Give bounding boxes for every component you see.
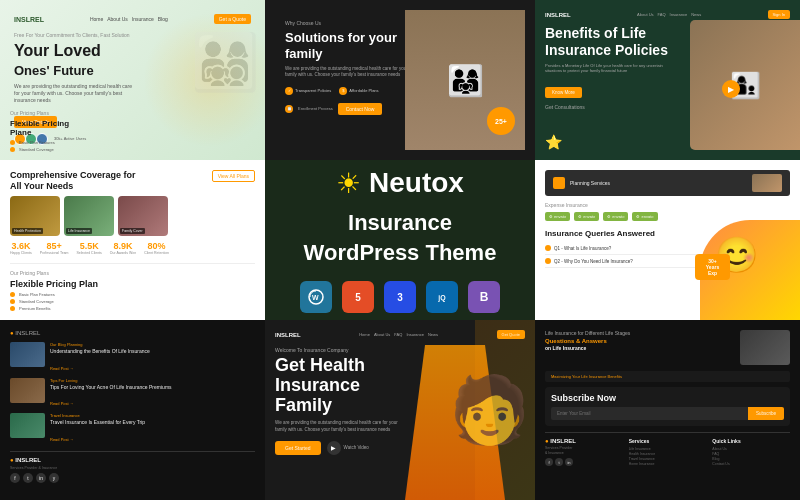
solutions-section: Why Choose Us Solutions for your family …	[265, 0, 535, 160]
youtube-icon[interactable]: y	[49, 473, 59, 483]
hero-section: INSLREL Home About Us Insurance Blog Get…	[0, 0, 265, 160]
cov-img-1: Health Protection	[10, 196, 60, 236]
pricing-item: Basic Plan Features	[10, 140, 255, 145]
nav-quote-btn[interactable]: Get a Quote	[214, 14, 251, 24]
pricing-title: Flexible PricingPlane	[10, 119, 255, 137]
hero-desc: We are providing the outstanding medical…	[14, 83, 134, 104]
view-plans-btn[interactable]: View All Plans	[212, 170, 255, 182]
footer-services-title: Services	[629, 438, 707, 444]
blog-title-2: Tips For Loving Your Acne Of Life Insura…	[50, 384, 255, 391]
blog-post-2: Tips For Loving Tips For Loving Your Acn…	[10, 378, 255, 410]
cov-label-2: Life Insurance	[66, 228, 92, 234]
nav-8: Home About Us FAQ Insurance News	[359, 332, 438, 337]
planning-icon	[553, 177, 565, 189]
footer-desc-7: Services Provider & Insurance	[10, 466, 255, 470]
query-icon-1	[545, 245, 551, 251]
twitter-icon[interactable]: t	[23, 473, 33, 483]
read-more-2[interactable]: Read Post →	[50, 401, 74, 406]
read-more-1[interactable]: Read Post →	[50, 366, 74, 371]
stat-3: 5.5K Selected Clients	[77, 242, 102, 255]
plan-dot-3	[10, 306, 15, 311]
stats-badge: 25+	[487, 107, 515, 135]
envato-3: ⚙ envato	[603, 212, 628, 221]
nav-home[interactable]: Home	[90, 16, 103, 22]
blog-logo: ● INSLREL	[10, 330, 255, 336]
life-value-1: Questions & Answers on Life Insurance	[545, 338, 735, 352]
watch-video-btn[interactable]: ▶ Watch Video	[327, 441, 369, 455]
sun-icon: ☀	[336, 167, 361, 200]
stat-4: 8.9K Our Awards Won	[110, 242, 136, 255]
svg-text:W: W	[312, 294, 319, 301]
service-3[interactable]: Travel Insurance	[629, 457, 707, 461]
html-icon: 5	[342, 281, 374, 313]
brand-name: Neutox	[369, 167, 464, 199]
footer-social-9: f t in	[545, 458, 623, 466]
cov-label-3: Family Cover	[120, 228, 145, 234]
stat-label-5: Client Retention	[144, 251, 169, 255]
facebook-icon[interactable]: f	[10, 473, 20, 483]
health-section: INSLREL Home About Us FAQ Insurance News…	[265, 320, 535, 500]
tw-icon-9[interactable]: t	[555, 458, 563, 466]
benefits-desc: Provides a Monetary Life Of Life your he…	[545, 63, 675, 74]
blog-tag-3: Travel Insurance	[50, 413, 255, 418]
subscribe-input[interactable]	[551, 407, 748, 420]
nav-blog[interactable]: Blog	[158, 16, 168, 22]
get-consult-btn[interactable]: Know More	[545, 87, 582, 98]
signin-btn[interactable]: Sign In	[768, 10, 790, 19]
link-2[interactable]: FAQ	[712, 452, 790, 456]
play-circle[interactable]: ▶	[327, 441, 341, 455]
pricing-title-4: Flexible Pricing Plan	[10, 279, 255, 289]
nav-insurance[interactable]: Insurance	[132, 16, 154, 22]
planning-bar: Planning Services	[545, 170, 790, 196]
read-more-3[interactable]: Read Post →	[50, 437, 74, 442]
nav-bar-1: INSLREL Home About Us Insurance Blog Get…	[14, 14, 251, 24]
man-silhouette: 🧑	[449, 372, 530, 448]
service-1[interactable]: Life Insurance	[629, 447, 707, 451]
plan-2: Standard Coverage	[10, 299, 255, 304]
logo-1: INSLREL	[14, 16, 44, 23]
cov-label-1: Health Protection	[12, 228, 43, 234]
subscribe-btn[interactable]: Subscribe	[748, 407, 784, 420]
stat-1: 3.6K Happy Clients	[10, 242, 32, 255]
service-2[interactable]: Health Insurance	[629, 452, 707, 456]
nav-3: About Us FAQ Insurance News	[637, 12, 701, 17]
footer-col-links: Quick Links About Us FAQ Blog Contact Us	[712, 438, 790, 467]
star-icon: ⭐	[545, 134, 562, 150]
nav-about[interactable]: About Us	[107, 16, 128, 22]
expense-label: Expense Insurance	[545, 202, 790, 208]
plan-dot-1	[10, 292, 15, 297]
link-1[interactable]: About Us	[712, 447, 790, 451]
top-nav-3: INSLREL About Us FAQ Insurance News Sign…	[545, 10, 790, 19]
get-started-btn[interactable]: Get Started	[275, 441, 321, 455]
blog-img-3	[10, 413, 45, 438]
cov-img-3: Family Cover	[118, 196, 168, 236]
plan-1: Basic Plan Features	[10, 292, 255, 297]
contact-btn[interactable]: Contact Now	[338, 103, 383, 115]
blog-section: ● INSLREL Our Blog Planning Understandin…	[0, 320, 265, 500]
blog-post-3: Travel Insurance Travel Insurance Is Ess…	[10, 413, 255, 445]
life-block-1: Life Insurance for Different Life Stages…	[545, 330, 735, 365]
maximizing-section: Maximizing Your Life Insurance Benefits	[545, 371, 790, 382]
envato-1: ⚙ envato	[545, 212, 570, 221]
subscribe-title: Subscribe Now	[551, 393, 784, 403]
pricing-dot	[10, 147, 15, 152]
feature-icon-2: $	[339, 87, 347, 95]
social-links: f t in y	[10, 473, 255, 483]
play-btn-3[interactable]: ▶	[722, 80, 740, 98]
fb-icon-9[interactable]: f	[545, 458, 553, 466]
envato-2: ⚙ envato	[574, 212, 599, 221]
nav-links-1: Home About Us Insurance Blog	[90, 16, 168, 22]
coverage-title: Comprehensive Coverage for All Your Need…	[10, 170, 140, 192]
service-4[interactable]: Home Insurance	[629, 462, 707, 466]
coverage-section: Comprehensive Coverage for All Your Need…	[0, 160, 265, 320]
link-3[interactable]: Blog	[712, 457, 790, 461]
in-icon-9[interactable]: in	[565, 458, 573, 466]
coverage-images: Health Protection Life Insurance Family …	[10, 196, 255, 236]
linkedin-icon[interactable]: in	[36, 473, 46, 483]
stat-num-2: 85+	[40, 242, 69, 251]
link-4[interactable]: Contact Us	[712, 462, 790, 466]
stat-label-1: Happy Clients	[10, 251, 32, 255]
blog-post-1: Our Blog Planning Understanding the Bene…	[10, 342, 255, 374]
blog-content-1: Our Blog Planning Understanding the Bene…	[50, 342, 255, 374]
planning-text: Planning Services	[570, 180, 610, 186]
